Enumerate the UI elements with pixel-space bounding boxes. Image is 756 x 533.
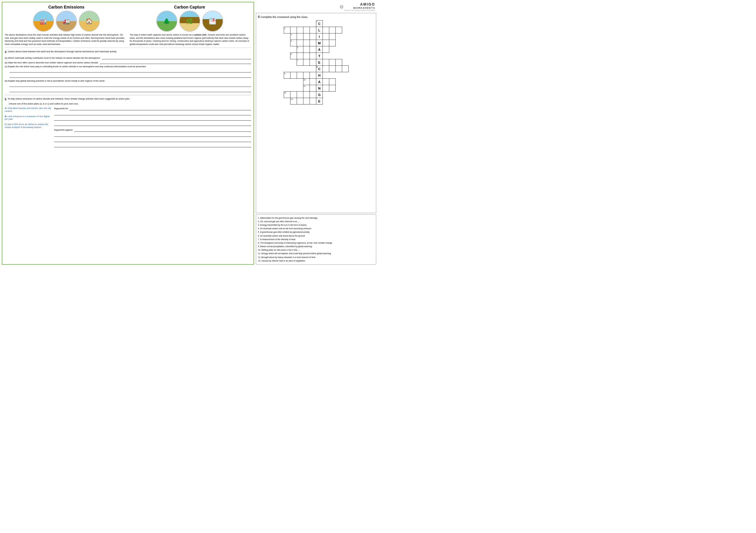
plan-c-label: C: <box>5 123 7 126</box>
args-against-line1[interactable] <box>54 133 251 137</box>
truck-icon: 🚛 <box>56 11 77 32</box>
args-against-line3[interactable] <box>54 143 251 147</box>
cell-3-I: I <box>316 34 322 40</box>
cell-empty <box>297 20 303 27</box>
q4-text: Carbon atoms travel between the earth an… <box>8 50 117 53</box>
cell-empty <box>290 20 297 27</box>
cell-9-2 <box>290 72 297 79</box>
cell-empty <box>284 34 290 40</box>
cell-2-10 <box>342 27 348 34</box>
clue-2: 2. Oil, coal and gas are often referred … <box>258 220 374 223</box>
clue-9: 9. Below normal precipitation, intensifi… <box>258 245 374 248</box>
header: Carbon Emissions 🏭 🚛 🏠 Carbon Capture 🌲 … <box>5 5 251 32</box>
cell-empty <box>303 20 310 27</box>
q4b-line[interactable] <box>100 61 252 64</box>
crossword-grid: 1C 2 <box>258 20 374 105</box>
args-for-line3[interactable] <box>54 122 251 126</box>
cell-2-5 <box>310 27 316 34</box>
cell-11-N: N <box>316 85 322 91</box>
row-5: 5 A <box>284 46 348 53</box>
args-for-line1[interactable] <box>54 111 251 115</box>
cell-empty <box>297 79 303 85</box>
args-against-line2[interactable] <box>54 138 251 142</box>
house-icon: 🏠 <box>79 11 100 32</box>
cell-5-3: 5 <box>297 46 303 53</box>
cell-6-5 <box>310 53 316 59</box>
row-3: 3 I <box>284 34 348 40</box>
args-for-line2[interactable] <box>54 116 251 121</box>
plan-a-label: A: <box>5 107 7 110</box>
cell-empty <box>284 53 290 59</box>
cell-5-4 <box>303 46 310 53</box>
args-against: Arguments against: <box>54 128 251 147</box>
q4b: (b) State the term often used to describ… <box>5 61 251 64</box>
cell-2-1: 2 <box>284 27 290 34</box>
cell-empty <box>284 20 290 27</box>
args-for-label: Arguments for: <box>54 107 68 110</box>
q4d-line2[interactable] <box>10 88 251 92</box>
cell-6-4 <box>303 53 310 59</box>
cell-13-3 <box>297 98 303 105</box>
description-text: The above illustrations show the main hu… <box>5 34 251 48</box>
factory-icon: 🏭 <box>33 11 54 32</box>
cell-3-7 <box>322 34 329 40</box>
cell-empty <box>336 40 342 46</box>
args-against-label: Arguments against: <box>54 129 73 131</box>
q4a-text: (a) Which manmade activity contributes m… <box>5 57 101 59</box>
row-11: 11 N <box>284 85 348 91</box>
cell-empty <box>284 46 290 53</box>
cell-5-A: A <box>316 46 322 53</box>
q4a-line[interactable] <box>102 56 251 59</box>
cell-2-9 <box>336 27 342 34</box>
cell-13-4 <box>303 98 310 105</box>
plan-b: B: Limit everyone to a maximum of four f… <box>5 115 52 121</box>
cell-12-3 <box>297 91 303 98</box>
q4c-line2[interactable] <box>10 74 251 78</box>
q4d-lines <box>10 83 251 92</box>
cell-3-2: 3 <box>290 34 297 40</box>
cell-3-5 <box>310 34 316 40</box>
logo-tagline: Science Technology Engineering Maths <box>344 10 375 11</box>
cell-empty <box>310 20 316 27</box>
args-for-line0[interactable] <box>69 107 251 110</box>
emissions-icons: 🏭 🚛 🏠 <box>33 11 100 32</box>
cell-empty <box>336 98 342 105</box>
q6-text: Complete the crossword using the clues. <box>260 15 308 18</box>
left-panel: Carbon Emissions 🏭 🚛 🏠 Carbon Capture 🌲 … <box>2 2 254 265</box>
row-13: 13 E <box>284 98 348 105</box>
cell-empty <box>329 20 336 27</box>
cell-7-5 <box>310 59 316 66</box>
clue-3: 3. Energy transmitted by the sun in the … <box>258 223 374 227</box>
clue-7: 7. A measurement of the intensity of hea… <box>258 238 374 241</box>
cell-empty <box>284 79 290 85</box>
emissions-text: The above illustrations show the main hu… <box>5 34 126 46</box>
question-4: 4 Carbon atoms travel between the earth … <box>5 50 251 92</box>
cell-7-7 <box>322 59 329 66</box>
q4c-label: (c) Explain the role which trees play in… <box>5 65 251 68</box>
cell-empty <box>284 40 290 46</box>
capture-header: Carbon Capture 🌲 🌿 🌁 <box>128 5 252 32</box>
cell-empty <box>290 66 297 72</box>
capture-text: The way in which earth captures and stor… <box>130 34 252 46</box>
q4d-line1[interactable] <box>10 83 251 87</box>
cell-4-4 <box>303 40 310 46</box>
cell-3-8 <box>329 34 336 40</box>
row-8: 8C <box>284 66 348 72</box>
cell-empty <box>342 53 348 59</box>
emissions-header: Carbon Emissions 🏭 🚛 🏠 <box>5 5 128 32</box>
cell-10-7 <box>322 79 329 85</box>
args-against-line0[interactable] <box>74 128 252 132</box>
glacier-icon: 🌁 <box>202 11 223 32</box>
cell-empty <box>297 85 303 91</box>
cell-2-3 <box>297 27 303 34</box>
cell-4-8 <box>329 40 336 46</box>
q4c-line1[interactable] <box>10 68 251 72</box>
q4b-text: (b) State the term often used to describ… <box>5 61 99 64</box>
cell-empty <box>336 20 342 27</box>
cell-1-C: 1C <box>316 20 322 27</box>
plans-list: A: Only allow bicycles and electric cars… <box>5 107 52 150</box>
q4c-lines <box>10 68 251 78</box>
cell-12-5 <box>310 91 316 98</box>
clue-8: 8. The biological community of interacti… <box>258 241 374 244</box>
arguments-section: Arguments for: Arguments against: <box>54 107 251 150</box>
